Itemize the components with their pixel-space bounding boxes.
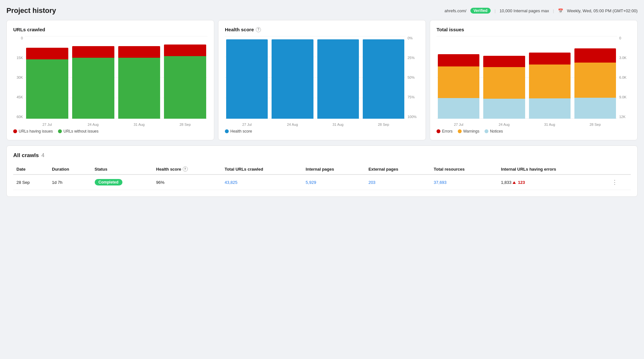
col-duration: Duration [49,164,91,175]
urls-crawled-chart: 60K 45K 30K 15K 0 [13,36,207,126]
table-row [72,36,114,119]
cell-external-pages: 203 [365,175,431,190]
urls-crawled-card: URLs crawled 60K 45K 30K 15K 0 [6,20,214,140]
external-pages-link[interactable]: 203 [369,180,376,185]
x-label: 24 Aug [483,123,525,126]
total-issues-card: Total issues [430,20,638,140]
help-icon[interactable]: ? [256,27,261,32]
x-label: 28 Sep [574,123,616,126]
red-dot [437,129,440,133]
col-total-resources: Total resources [430,164,498,175]
x-label: 31 Aug [529,123,571,126]
table-row [438,36,479,119]
x-label: 27 Jul [438,123,479,126]
red-dot [13,129,17,133]
col-status: Status [91,164,153,175]
errors-count: 1,833 [501,180,512,185]
status-badge: Completed [95,179,122,185]
col-internal-errors: Internal URLs having errors [498,164,609,175]
all-crawls-section: All crawls 4 Date Duration Status Health… [6,145,638,197]
col-date: Date [13,164,49,175]
table-row [483,36,525,119]
urls-crawled-y-axis: 60K 45K 30K 15K 0 [13,36,25,126]
cell-date: 28 Sep [13,175,49,190]
legend-label: Warnings [463,129,479,134]
table-header-row: Date Duration Status Health score ? Tota… [13,164,631,175]
total-issues-title: Total issues [437,27,631,32]
more-options-icon[interactable]: ⋮ [612,179,618,185]
table-row [363,36,404,119]
table-row [574,36,616,119]
legend-label: URLs having issues [19,129,53,134]
table-row [118,36,160,119]
cell-internal-pages: 5,929 [303,175,365,190]
x-label: 24 Aug [72,123,114,126]
cell-duration: 1d 7h [49,175,91,190]
cell-total-urls: 43,825 [221,175,303,190]
health-score-legend: Health score [225,129,419,134]
cell-internal-errors: 1,833 123 [498,175,609,190]
total-issues-chart: 27 Jul 24 Aug 31 Aug 28 Sep 12K 9.0K 6.0… [437,36,631,126]
x-label: 28 Sep [363,123,404,126]
cell-more[interactable]: ⋮ [609,175,631,190]
x-label: 31 Aug [317,123,359,126]
col-health-score: Health score ? [153,164,222,175]
total-issues-y-axis: 12K 9.0K 6.0K 3.0K 0 [617,36,631,126]
page-title: Project history [6,6,56,15]
col-total-urls: Total URLs crawled [221,164,303,175]
domain-label: ahrefs.com/ [445,8,466,13]
legend-label: Health score [230,129,252,134]
internal-errors-count: 123 [518,180,525,185]
lightblue-dot [485,129,488,133]
table-row [164,36,206,119]
page-header: Project history ahrefs.com/ Verified | 1… [6,6,638,15]
table-row [272,36,313,119]
orange-dot [458,129,462,133]
col-internal-pages: Internal pages [303,164,365,175]
calendar-icon: 📅 [558,8,563,13]
legend-label: Notices [490,129,503,134]
table-row [529,36,571,119]
health-score-bars: 27 Jul 24 Aug 31 Aug 28 Sep [225,36,406,126]
col-actions [609,164,631,175]
total-issues-bars: 27 Jul 24 Aug 31 Aug 28 Sep [437,36,617,126]
total-resources-link[interactable]: 37,693 [434,180,447,185]
col-external-pages: External pages [365,164,431,175]
x-label: 24 Aug [272,123,313,126]
cell-health-score: 96% [153,175,222,190]
crawls-table: Date Duration Status Health score ? Tota… [13,164,631,190]
verified-badge: Verified [470,8,491,14]
urls-crawled-legend: URLs having issues URLs without issues [13,129,207,134]
header-meta: ahrefs.com/ Verified | 10,000 Internal p… [445,8,638,14]
table-row [26,36,68,119]
help-icon[interactable]: ? [183,166,188,172]
urls-crawled-bars: 27 Jul 24 Aug 31 Aug 28 Sep [25,36,207,126]
health-score-card: Health score ? [218,20,426,140]
table-row [317,36,359,119]
total-issues-legend: Errors Warnings Notices [437,129,631,134]
internal-pages-link[interactable]: 5,929 [306,180,316,185]
x-label: 31 Aug [118,123,160,126]
table-row [226,36,268,119]
table-row: 28 Sep 1d 7h Completed 96% 43,825 5,929 … [13,175,631,190]
health-score-chart: 27 Jul 24 Aug 31 Aug 28 Sep 100% 75% 50%… [225,36,419,126]
crawls-count: 4 [41,152,44,159]
blue-dot [225,129,229,133]
x-label: 27 Jul [26,123,68,126]
cell-status: Completed [91,175,153,190]
legend-label: Errors [442,129,453,134]
legend-label: URLs without issues [63,129,99,134]
x-label: 28 Sep [164,123,206,126]
x-label: 27 Jul [226,123,268,126]
schedule-label: Weekly, Wed, 05:00 PM (GMT+02:00) [567,8,638,13]
table-title: All crawls 4 [13,152,631,159]
health-score-y-axis: 100% 75% 50% 25% 0% [406,36,419,126]
health-score-title: Health score ? [225,27,419,32]
total-urls-link[interactable]: 43,825 [225,180,237,185]
cell-total-resources: 37,693 [430,175,498,190]
charts-row: URLs crawled 60K 45K 30K 15K 0 [6,20,638,140]
green-dot [58,129,62,133]
pages-max-label: 10,000 Internal pages max [499,8,549,13]
urls-crawled-title: URLs crawled [13,27,207,32]
error-triangle-icon [513,181,516,184]
